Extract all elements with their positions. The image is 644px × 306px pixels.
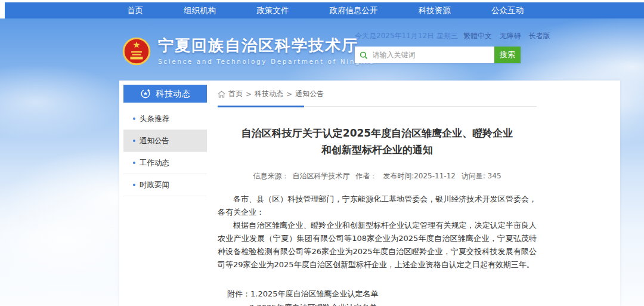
top-navbar: 首页 组织机构 政策文件 政府信息公开 科技资源 公众互动: [5, 2, 644, 18]
bullet-dot-icon: [133, 184, 135, 186]
search-input[interactable]: [371, 50, 490, 60]
meta-view-count: 访问量: 345: [462, 172, 501, 180]
sidebar-item-notices[interactable]: 通知公告: [123, 130, 207, 152]
sidebar: 科技动态 头条推荐 通知公告 工作动态 时政要闻: [123, 85, 207, 196]
sidebar-item-label: 工作动态: [140, 158, 169, 168]
bullet-dot-icon: [133, 140, 135, 142]
article-meta: 信息来源：自治区科学技术厅 作者： 发布时间:2025-11-12 访问量: 3…: [218, 171, 537, 181]
breadcrumb: 首页 > 科技动态 > 通知公告: [218, 86, 537, 106]
attachment-list: 附件： 1.2025年度自治区雏鹰企业认定名单 2.2025年度自治区瞪羚企业认…: [227, 287, 537, 306]
rotate-star-icon: [140, 88, 151, 99]
nav-item-interaction[interactable]: 公众互动: [491, 5, 524, 16]
article-paragraph: 各市、县（区）科技管理部门，宁东能源化工基地管委会，银川经济技术开发区管委会，各…: [218, 193, 537, 219]
article-body: 各市、县（区）科技管理部门，宁东能源化工基地管委会，银川经济技术开发区管委会，各…: [218, 193, 537, 271]
header-tools: 今天是2025年11月12日 星期三 繁體中文 无障碍 长者版 搜索: [355, 31, 521, 63]
nav-items: 首页 组织机构 政策文件 政府信息公开 科技资源 公众互动: [127, 2, 524, 18]
search-bar: 搜索: [355, 47, 521, 63]
sidebar-item-label: 通知公告: [140, 136, 169, 146]
breadcrumb-divider: [218, 106, 537, 107]
nav-item-resources[interactable]: 科技资源: [419, 5, 451, 16]
search-box[interactable]: [355, 47, 494, 63]
national-emblem-icon: [122, 37, 151, 66]
search-icon: [360, 51, 367, 60]
article-area: 首页 > 科技动态 > 通知公告 自治区科技厅关于认定2025年度自治区雏鹰企业…: [218, 86, 537, 306]
article-title: 自治区科技厅关于认定2025年度自治区雏鹰企业、瞪羚企业 和创新型标杆企业的通知: [218, 125, 537, 158]
link-traditional-chinese[interactable]: 繁體中文: [463, 32, 492, 40]
attachment-label: 附件：: [227, 287, 250, 301]
meta-source-value: 自治区科学技术厅: [292, 172, 349, 180]
meta-source-label: 信息来源：: [253, 172, 289, 180]
breadcrumb-home[interactable]: 首页: [228, 89, 243, 99]
article-title-line2: 和创新型标杆企业的通知: [218, 141, 537, 158]
sidebar-item-label: 头条推荐: [140, 114, 169, 124]
attachment-link-1[interactable]: 1.2025年度自治区雏鹰企业认定名单: [250, 287, 379, 301]
article-title-line1: 自治区科技厅关于认定2025年度自治区雏鹰企业、瞪羚企业: [218, 125, 537, 141]
breadcrumb-notices[interactable]: 通知公告: [295, 89, 324, 99]
breadcrumb-tech-trends[interactable]: 科技动态: [255, 89, 283, 99]
meta-publish-date: 发布时间:2025-11-12: [383, 172, 456, 180]
current-date: 今天是2025年11月12日 星期三: [355, 31, 458, 41]
bullet-dot-icon: [133, 162, 135, 164]
attachment-link-2[interactable]: 2.2025年度自治区瞪羚企业认定名单: [249, 301, 377, 306]
nav-item-organization[interactable]: 组织机构: [184, 5, 216, 16]
site-title: 宁夏回族自治区科学技术厅: [158, 36, 375, 55]
nav-item-policy[interactable]: 政策文件: [256, 5, 289, 16]
quick-links: 繁體中文 无障碍 长者版: [458, 31, 550, 41]
meta-author-label: 作者：: [355, 172, 377, 180]
breadcrumb-separator: >: [246, 90, 252, 98]
site-subtitle: Science and Technology Department of Nin…: [158, 58, 375, 65]
sidebar-item-headlines[interactable]: 头条推荐: [123, 108, 207, 130]
nav-item-gov-info[interactable]: 政府信息公开: [330, 5, 378, 16]
sidebar-item-label: 时政要闻: [140, 180, 169, 190]
site-logo[interactable]: 宁夏回族自治区科学技术厅 Science and Technology Depa…: [122, 36, 375, 66]
sidebar-item-work-trends[interactable]: 工作动态: [123, 152, 207, 174]
sidebar-title: 科技动态: [156, 88, 190, 100]
content-panel: 科技动态 头条推荐 通知公告 工作动态 时政要闻: [119, 81, 620, 306]
sidebar-header: 科技动态: [123, 85, 207, 103]
site-title-block: 宁夏回族自治区科学技术厅 Science and Technology Depa…: [158, 36, 375, 65]
article-paragraph: 根据自治区雏鹰企业、瞪羚企业和创新型标杆企业认定管理有关规定，决定认定半亩良人农…: [218, 219, 537, 271]
nav-item-home[interactable]: 首页: [127, 5, 143, 16]
breadcrumb-accent-line: [218, 106, 304, 107]
search-button[interactable]: 搜索: [494, 47, 521, 63]
bullet-dot-icon: [133, 118, 135, 120]
home-icon: [218, 91, 225, 98]
page: 首页 组织机构 政策文件 政府信息公开 科技资源 公众互动 宁夏回族自治区科学技…: [0, 0, 644, 306]
breadcrumb-separator: >: [286, 90, 292, 98]
link-accessibility[interactable]: 无障碍: [500, 32, 521, 40]
sidebar-item-politics-news[interactable]: 时政要闻: [123, 174, 207, 196]
link-elder-version[interactable]: 长者版: [529, 32, 550, 40]
